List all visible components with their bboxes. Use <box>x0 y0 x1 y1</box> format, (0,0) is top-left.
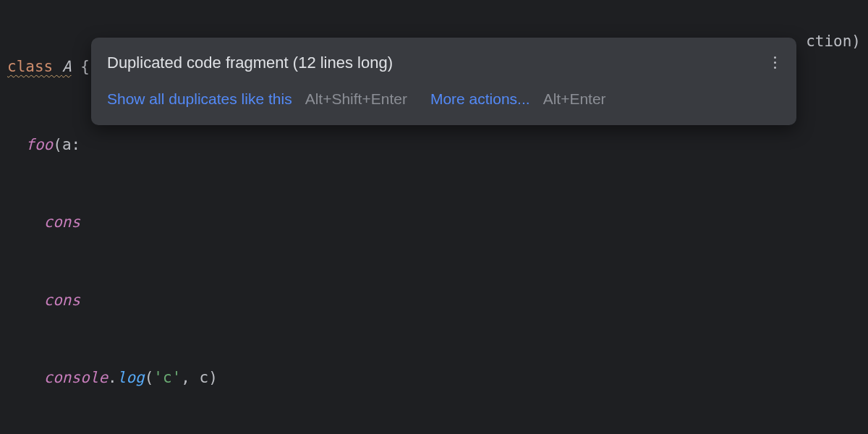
inspection-tooltip: Duplicated code fragment (12 lines long)… <box>91 38 796 125</box>
indent <box>7 369 44 386</box>
indent <box>7 213 44 231</box>
class-name: A <box>62 58 72 75</box>
dot: . <box>108 369 117 386</box>
paren: ( <box>53 136 62 153</box>
code-line: console.log('c', c) <box>7 365 861 391</box>
tooltip-title: Duplicated code fragment (12 lines long) <box>107 49 393 76</box>
console-partial: cons <box>44 213 81 231</box>
shortcut-label: Alt+Enter <box>543 86 606 112</box>
code-fragment-right: ction) <box>806 29 861 55</box>
console-ident: console <box>44 369 109 386</box>
method-name: foo <box>25 136 53 153</box>
tooltip-actions: Show all duplicates like this Alt+Shift+… <box>107 86 782 112</box>
shortcut-label: Alt+Shift+Enter <box>305 86 407 112</box>
space <box>53 58 62 75</box>
type-fragment: ction) <box>806 33 861 50</box>
more-actions-link[interactable]: More actions... <box>430 86 530 112</box>
indent <box>7 136 25 153</box>
code-line: foo(a: <box>7 132 861 158</box>
code-line: cons <box>7 210 861 236</box>
show-all-duplicates-link[interactable]: Show all duplicates like this <box>107 86 292 112</box>
code-line: cons <box>7 288 861 314</box>
string-literal: 'c' <box>153 369 181 386</box>
param: a: <box>62 136 80 153</box>
log-method: log <box>117 369 145 386</box>
keyword-class: class <box>7 58 53 75</box>
paren: ) <box>208 369 218 386</box>
brace: { <box>72 58 90 75</box>
console-partial: cons <box>44 292 81 309</box>
more-options-icon[interactable] <box>768 52 782 73</box>
indent <box>7 292 44 309</box>
args: , c <box>181 369 208 386</box>
paren: ( <box>145 369 154 386</box>
